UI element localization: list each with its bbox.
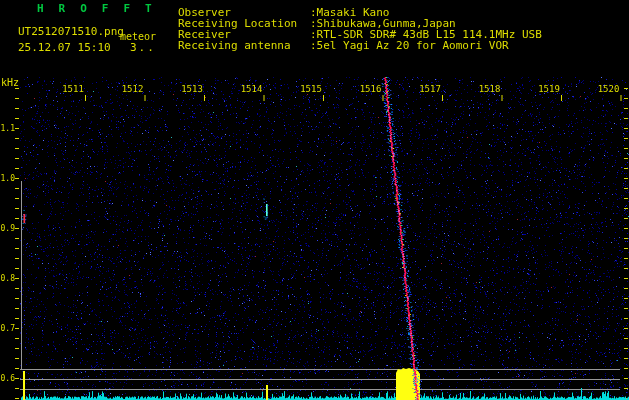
info-row-observer: Observer :Masaki Kano [178,6,629,17]
info-row-location: Receiving Location :Shibukawa,Gunma,Japa… [178,17,629,28]
antenna-label: Receiving antenna [178,39,291,52]
app-title: HROFFT [37,3,167,14]
hrofft-screen: HROFFT UT2512071510.png meteor 25.12.07 … [0,0,629,400]
header: HROFFT UT2512071510.png meteor 25.12.07 … [0,0,629,75]
datetime-label: 25.12.07 15:10 [18,42,111,53]
antenna-value: :5el Yagi Az 20 for Aomori VOR [310,39,509,52]
filename-label: UT2512071510.png [18,26,124,37]
info-row-antenna: Receiving antenna :5el Yagi Az 20 for Ao… [178,39,629,50]
info-row-receiver: Receiver :RTL-SDR SDR# 43dB L15 114.1MHz… [178,28,629,39]
echo-count: 3.. [130,42,156,53]
